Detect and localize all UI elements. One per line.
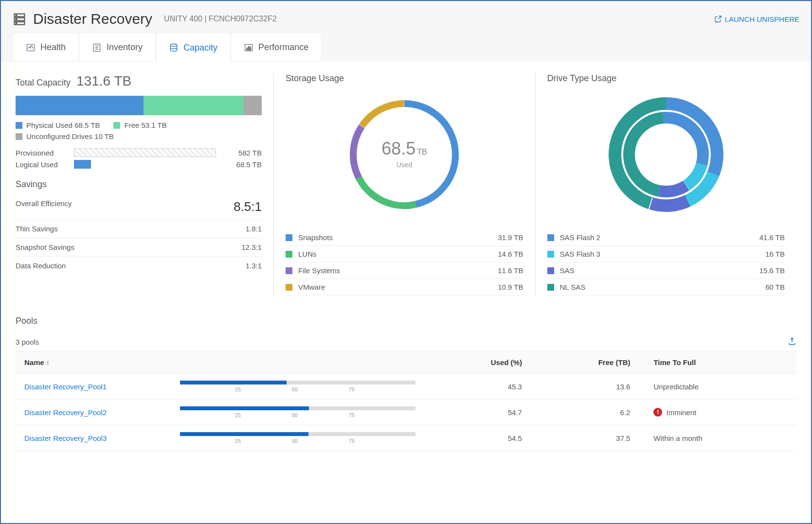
drive-type-panel: Drive Type Usage [536, 73, 797, 296]
logical-used-bar [74, 160, 91, 169]
svg-point-4 [16, 19, 17, 20]
storage-item: VMware10.9 TB [286, 279, 523, 296]
svg-rect-13 [247, 48, 248, 50]
page-title: Disaster Recovery [33, 11, 152, 27]
swatch-icon [286, 234, 292, 241]
launch-unisphere-link[interactable]: LAUNCH UNISPHERE [714, 15, 799, 23]
swatch-icon [286, 251, 292, 258]
provisioned-bar [74, 148, 216, 157]
swatch-icon [286, 267, 292, 274]
pools-count: 3 pools [16, 338, 39, 346]
svg-text:68.5TB: 68.5TB [381, 139, 427, 158]
export-button[interactable] [788, 337, 796, 347]
col-used[interactable]: Used (%) [424, 351, 531, 374]
storage-item: LUNs14.6 TB [286, 246, 523, 262]
storage-donut: 68.5TB Used [336, 91, 472, 218]
pool-usage-bar [180, 432, 415, 436]
swatch-icon [547, 251, 554, 258]
pool-link[interactable]: Disaster Recovery_Pool1 [24, 383, 107, 391]
page-header: Disaster Recovery UNITY 400 | FCNCH0972C… [1, 1, 811, 33]
drive-item: SAS15.6 TB [547, 262, 785, 279]
svg-rect-14 [248, 46, 249, 50]
svg-rect-15 [250, 47, 251, 50]
capacity-legend: Physical Used 68.5 TB Free 53.1 TB Uncon… [16, 121, 262, 140]
storage-item: File Systems11.6 TB [286, 262, 523, 279]
tab-inventory[interactable]: Inventory [79, 33, 156, 62]
capacity-icon [169, 43, 179, 52]
col-time[interactable]: Time To Full [639, 351, 796, 374]
tab-capacity[interactable]: Capacity [156, 33, 231, 62]
drive-item: SAS Flash 241.6 TB [547, 229, 785, 246]
savings-title: Savings [16, 179, 262, 190]
total-capacity-value: 131.6 TB [76, 73, 131, 89]
performance-icon [244, 43, 253, 52]
pool-usage-bar [180, 381, 415, 384]
sort-asc-icon: ↑ [46, 358, 50, 367]
svg-text:Used: Used [397, 161, 413, 169]
drive-donut [598, 91, 734, 218]
storage-usage-panel: Storage Usage 68.5TB Used Snapshots31.9 … [273, 73, 536, 296]
col-name[interactable]: Name↑ [16, 351, 171, 374]
pool-usage-bar [180, 406, 415, 410]
swatch-icon [547, 284, 554, 291]
tab-health[interactable]: Health [13, 33, 79, 62]
tabs: Health Inventory Capacity Performance [1, 33, 811, 62]
pool-link[interactable]: Disaster Recovery_Pool2 [24, 408, 107, 417]
page-subtitle: UNITY 400 | FCNCH0972C32F2 [164, 15, 277, 23]
table-row: Disaster Recovery_Pool1 0255075100 45.3 … [16, 374, 796, 400]
drive-item: SAS Flash 316 TB [547, 246, 785, 262]
swatch-icon [547, 234, 554, 241]
col-free[interactable]: Free (TB) [531, 351, 639, 374]
svg-point-5 [16, 23, 17, 24]
total-capacity-label: Total Capacity [16, 78, 71, 88]
tab-performance[interactable]: Performance [231, 33, 322, 62]
export-icon [788, 337, 796, 346]
drive-item: NL SAS60 TB [547, 279, 785, 296]
table-row: Disaster Recovery_Pool3 0255075100 54.5 … [16, 425, 796, 451]
swatch-icon [286, 284, 292, 291]
pool-link[interactable]: Disaster Recovery_Pool3 [24, 434, 107, 442]
total-capacity-panel: Total Capacity 131.6 TB Physical Used 68… [16, 73, 273, 296]
storage-icon [13, 12, 26, 26]
alert-icon: ! [653, 408, 662, 417]
svg-point-11 [170, 44, 177, 47]
external-link-icon [714, 15, 722, 23]
svg-point-3 [16, 15, 17, 16]
capacity-bar [16, 96, 262, 115]
swatch-icon [547, 267, 554, 274]
storage-item: Snapshots31.9 TB [286, 229, 523, 246]
health-icon [26, 43, 36, 52]
table-row: Disaster Recovery_Pool2 0255075100 54.7 … [16, 400, 796, 425]
pools-section: Pools 3 pools Name↑ Used (%) Free (TB) T… [1, 307, 811, 451]
pools-table: Name↑ Used (%) Free (TB) Time To Full Di… [16, 351, 796, 451]
inventory-icon [92, 43, 102, 52]
